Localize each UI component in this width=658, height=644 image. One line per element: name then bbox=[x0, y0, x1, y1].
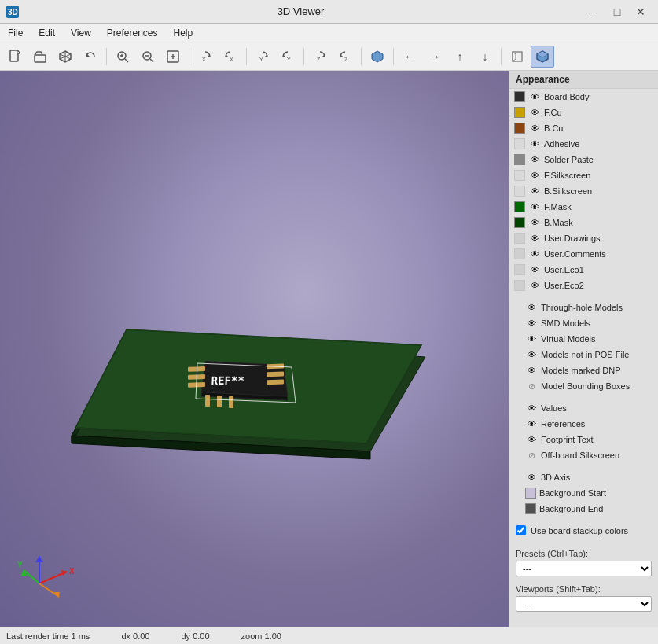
viewport-3d[interactable]: REF** X Y bbox=[0, 71, 509, 627]
virtual-eye[interactable]: 👁 bbox=[525, 333, 538, 345]
svg-text:REF**: REF** bbox=[211, 374, 245, 387]
user-eco2-label: User.Eco2 bbox=[544, 281, 653, 290]
item-3d-axis[interactable]: 👁 3D Axis bbox=[509, 469, 658, 485]
values-eye[interactable]: 👁 bbox=[525, 402, 538, 414]
menu-preferences[interactable]: Preferences bbox=[99, 26, 166, 40]
menu-help[interactable]: Help bbox=[166, 26, 201, 40]
stackup-checkbox-item[interactable]: Use board stackup colors bbox=[509, 523, 658, 538]
model-smd[interactable]: 👁 SMD Models bbox=[509, 315, 658, 331]
sep2 bbox=[189, 48, 189, 65]
toolbar-rotate-x-ccw[interactable]: X bbox=[219, 46, 242, 68]
close-button[interactable]: ✕ bbox=[630, 3, 652, 20]
toolbar-3d[interactable] bbox=[53, 46, 77, 68]
f-mask-label: F.Mask bbox=[544, 202, 653, 212]
presets-section: Presets (Ctrl+Tab): --- bbox=[509, 544, 658, 580]
bg-end-item[interactable]: Background End bbox=[509, 501, 658, 517]
off-board-silk-label: Off-board Silkscreen bbox=[541, 451, 653, 460]
toolbar-zoom-in[interactable] bbox=[111, 46, 134, 68]
layer-f-silk[interactable]: 👁 F.Silkscreen bbox=[509, 167, 658, 183]
toolbar-pan-down[interactable]: ↓ bbox=[473, 46, 497, 68]
toolbar-undo[interactable] bbox=[79, 46, 102, 68]
board-body-eye[interactable]: 👁 bbox=[528, 90, 541, 103]
stackup-checkbox[interactable] bbox=[516, 525, 526, 535]
toolbar-zoom-fit[interactable] bbox=[161, 46, 185, 68]
layer-board-body[interactable]: 👁 Board Body bbox=[509, 89, 658, 105]
model-bounding-boxes[interactable]: ⊘ Model Bounding Boxes bbox=[509, 378, 658, 394]
gap3 bbox=[509, 463, 658, 469]
layer-solder-paste[interactable]: 👁 Solder Paste bbox=[509, 152, 658, 167]
toolbar-pan-left[interactable]: ← bbox=[398, 46, 421, 68]
layer-fcu[interactable]: 👁 F.Cu bbox=[509, 105, 658, 120]
references-eye[interactable]: 👁 bbox=[525, 418, 538, 430]
through-hole-eye[interactable]: 👁 bbox=[525, 301, 538, 314]
solder-paste-eye[interactable]: 👁 bbox=[528, 153, 541, 166]
user-eco2-eye[interactable]: 👁 bbox=[528, 279, 541, 292]
f-silk-eye[interactable]: 👁 bbox=[528, 169, 541, 182]
bcu-eye[interactable]: 👁 bbox=[528, 122, 541, 134]
toolbar-zoom-out[interactable] bbox=[136, 46, 160, 68]
svg-line-59 bbox=[24, 570, 39, 583]
b-silk-eye[interactable]: 👁 bbox=[528, 185, 541, 197]
toolbar-flip[interactable] bbox=[366, 46, 389, 68]
maximize-button[interactable]: □ bbox=[606, 3, 628, 20]
dnp-eye[interactable]: 👁 bbox=[525, 364, 538, 377]
bcu-label: B.Cu bbox=[544, 123, 653, 133]
text-footprint[interactable]: 👁 Footprint Text bbox=[509, 432, 658, 447]
b-silk-swatch bbox=[514, 186, 525, 197]
toolbar-pan-up[interactable]: ↑ bbox=[448, 46, 472, 68]
model-dnp[interactable]: 👁 Models marked DNP bbox=[509, 362, 658, 378]
layer-b-mask[interactable]: 👁 B.Mask bbox=[509, 215, 658, 230]
text-off-board-silk[interactable]: ⊘ Off-board Silkscreen bbox=[509, 447, 658, 463]
text-values[interactable]: 👁 Values bbox=[509, 400, 658, 416]
user-drawings-swatch bbox=[514, 233, 525, 244]
toolbar-ortho[interactable] bbox=[531, 46, 554, 68]
svg-line-14 bbox=[125, 59, 128, 62]
toolbar-new[interactable] bbox=[3, 46, 27, 68]
layer-user-drawings[interactable]: 👁 User.Drawings bbox=[509, 230, 658, 246]
layer-b-silk[interactable]: 👁 B.Silkscreen bbox=[509, 183, 658, 199]
text-references[interactable]: 👁 References bbox=[509, 416, 658, 432]
svg-text:Z: Z bbox=[317, 57, 321, 62]
toolbar-rotate-x-cw[interactable]: X bbox=[193, 46, 217, 68]
toolbar-perspective[interactable] bbox=[505, 46, 529, 68]
menu-file[interactable]: File bbox=[0, 26, 31, 40]
toolbar-rotate-y-ccw[interactable]: Y bbox=[276, 46, 300, 68]
model-through-hole[interactable]: 👁 Through-hole Models bbox=[509, 300, 658, 315]
3d-axis-eye[interactable]: 👁 bbox=[525, 471, 538, 484]
user-comments-eye[interactable]: 👁 bbox=[528, 248, 541, 260]
toolbar-rotate-z-ccw[interactable]: Z bbox=[333, 46, 357, 68]
footprint-eye[interactable]: 👁 bbox=[525, 433, 538, 446]
fcu-swatch bbox=[514, 107, 525, 118]
layer-f-mask[interactable]: 👁 F.Mask bbox=[509, 199, 658, 215]
adhesive-eye[interactable]: 👁 bbox=[528, 138, 541, 150]
not-in-pos-eye[interactable]: 👁 bbox=[525, 348, 538, 361]
toolbar-rotate-y-cw[interactable]: Y bbox=[251, 46, 274, 68]
f-mask-eye[interactable]: 👁 bbox=[528, 201, 541, 213]
layer-user-comments[interactable]: 👁 User.Comments bbox=[509, 246, 658, 262]
off-board-silk-eye[interactable]: ⊘ bbox=[525, 449, 538, 462]
viewports-section: Viewports (Shift+Tab): --- bbox=[509, 580, 658, 615]
bounding-boxes-eye[interactable]: ⊘ bbox=[525, 380, 538, 392]
model-virtual[interactable]: 👁 Virtual Models bbox=[509, 331, 658, 347]
svg-line-17 bbox=[150, 59, 153, 62]
layer-user-eco2[interactable]: 👁 User.Eco2 bbox=[509, 278, 658, 293]
toolbar-open[interactable] bbox=[28, 46, 52, 68]
smd-eye[interactable]: 👁 bbox=[525, 317, 538, 329]
minimize-button[interactable]: – bbox=[583, 3, 605, 20]
title-bar-left: 3D bbox=[6, 6, 19, 18]
menu-edit[interactable]: Edit bbox=[31, 26, 63, 40]
layer-user-eco1[interactable]: 👁 User.Eco1 bbox=[509, 262, 658, 278]
viewports-select[interactable]: --- bbox=[516, 596, 652, 612]
model-not-in-pos[interactable]: 👁 Models not in POS File bbox=[509, 347, 658, 362]
b-mask-eye[interactable]: 👁 bbox=[528, 216, 541, 229]
user-drawings-eye[interactable]: 👁 bbox=[528, 232, 541, 245]
presets-select[interactable]: --- bbox=[516, 561, 652, 576]
toolbar-rotate-z-cw[interactable]: Z bbox=[308, 46, 332, 68]
layer-adhesive[interactable]: 👁 Adhesive bbox=[509, 136, 658, 152]
toolbar-pan-right[interactable]: → bbox=[423, 46, 447, 68]
menu-view[interactable]: View bbox=[63, 26, 99, 40]
user-eco1-eye[interactable]: 👁 bbox=[528, 263, 541, 276]
layer-bcu[interactable]: 👁 B.Cu bbox=[509, 120, 658, 136]
fcu-eye[interactable]: 👁 bbox=[528, 106, 541, 119]
bg-start-item[interactable]: Background Start bbox=[509, 485, 658, 501]
